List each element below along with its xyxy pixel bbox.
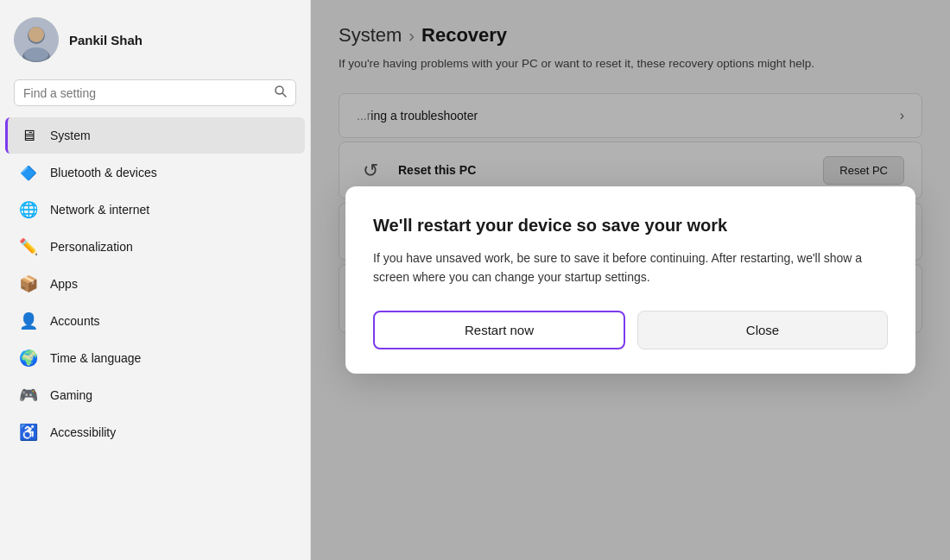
sidebar-item-label: Accessibility [50,425,116,439]
dialog-actions: Restart now Close [373,311,888,349]
apps-icon: 📦 [19,274,38,293]
time-icon: 🌍 [19,349,38,368]
svg-point-4 [24,47,48,61]
sidebar-item-gaming[interactable]: 🎮 Gaming [5,377,305,413]
sidebar-item-bluetooth[interactable]: 🔷 Bluetooth & devices [5,154,305,191]
dialog-body: If you have unsaved work, be sure to sav… [373,249,888,287]
dialog-close-button[interactable]: Close [637,311,888,349]
sidebar-item-accessibility[interactable]: ♿ Accessibility [5,414,305,450]
avatar [14,17,59,62]
sidebar-item-label: System [50,129,91,142]
system-icon: 🖥 [19,126,38,145]
sidebar: Pankil Shah 🖥 System 🔷 Bluetooth & devic… [0,0,311,560]
svg-line-6 [282,93,286,97]
sidebar-item-label: Time & language [50,351,141,365]
sidebar-item-network[interactable]: 🌐 Network & internet [5,192,305,228]
sidebar-item-personalization[interactable]: ✏️ Personalization [5,229,305,265]
svg-point-3 [28,27,44,42]
sidebar-item-apps[interactable]: 📦 Apps [5,266,305,302]
user-profile[interactable]: Pankil Shah [0,0,310,76]
dialog-overlay: We'll restart your device so save your w… [311,0,950,560]
nav-list: 🖥 System 🔷 Bluetooth & devices 🌐 Network… [0,116,310,560]
accounts-icon: 👤 [19,311,38,330]
sidebar-item-accounts[interactable]: 👤 Accounts [5,303,305,339]
gaming-icon: 🎮 [19,386,38,405]
search-box[interactable] [14,79,296,106]
network-icon: 🌐 [19,200,38,219]
sidebar-item-label: Network & internet [50,203,149,217]
sidebar-item-label: Gaming [50,388,92,402]
search-input[interactable] [23,86,268,100]
main-content: System › Recovery If you're having probl… [311,0,950,560]
dialog-title: We'll restart your device so save your w… [373,214,888,236]
sidebar-item-label: Apps [50,277,78,291]
sidebar-item-label: Bluetooth & devices [50,166,157,179]
sidebar-item-label: Personalization [50,240,133,254]
dialog-restart-button[interactable]: Restart now [373,311,625,349]
accessibility-icon: ♿ [19,423,38,442]
sidebar-item-time[interactable]: 🌍 Time & language [5,340,305,376]
sidebar-item-label: Accounts [50,314,100,328]
sidebar-item-system[interactable]: 🖥 System [5,117,305,154]
restart-dialog: We'll restart your device so save your w… [345,186,915,374]
search-icon [275,85,287,100]
user-name: Pankil Shah [69,33,142,47]
bluetooth-icon: 🔷 [19,163,38,182]
personalization-icon: ✏️ [19,237,38,256]
